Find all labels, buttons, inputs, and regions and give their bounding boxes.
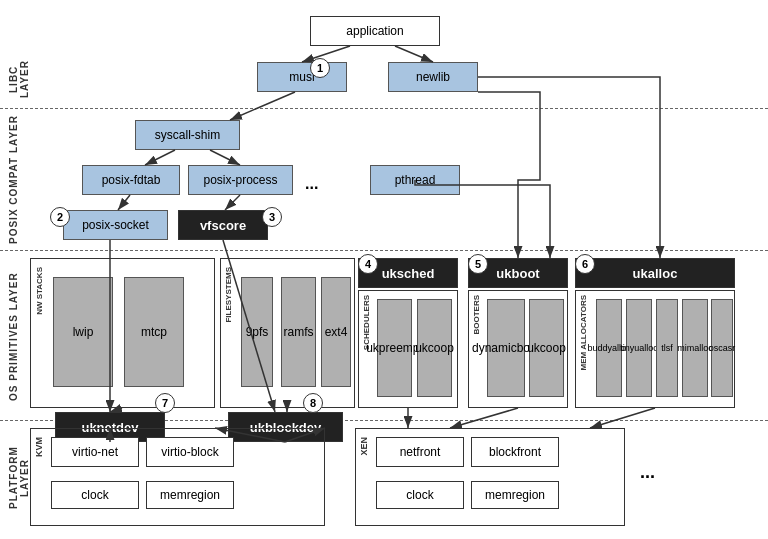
posix-socket-box: posix-socket xyxy=(63,210,168,240)
newlib-box: newlib xyxy=(388,62,478,92)
ellipsis-posix: ... xyxy=(305,175,318,193)
ukcoop2-box: ukcoop xyxy=(529,299,564,397)
circle-1: 1 xyxy=(310,58,330,78)
syscall-shim-box: syscall-shim xyxy=(135,120,240,150)
ext4-box: ext4 xyxy=(321,277,351,387)
virtio-net-box: virtio-net xyxy=(51,437,139,467)
mimalloc-box: mimalloc xyxy=(682,299,708,397)
mem-allocators-group: MEM ALLOCATORS buddyalloc tinyualloc tls… xyxy=(575,290,735,408)
num-1: 1 xyxy=(317,62,323,74)
posix-fdtab-box: posix-fdtab xyxy=(82,165,180,195)
num-6: 6 xyxy=(582,258,588,270)
nw-stacks-group: NW STACKS lwip mtcp xyxy=(30,258,215,408)
memregion-xen-box: memregion xyxy=(471,481,559,509)
circle-3: 3 xyxy=(262,207,282,227)
oscasr-box: oscasr xyxy=(711,299,733,397)
pfs9-box: 9pfs xyxy=(241,277,273,387)
kvm-group: KVM virtio-net virtio-block clock memreg… xyxy=(30,428,325,526)
virtio-block-label: virtio-block xyxy=(161,445,218,459)
svg-line-5 xyxy=(210,150,240,165)
syscall-shim-label: syscall-shim xyxy=(155,128,220,142)
layer-libc: LIBC LAYER xyxy=(8,50,24,108)
num-4: 4 xyxy=(365,258,371,270)
posix-fdtab-label: posix-fdtab xyxy=(102,173,161,187)
virtio-net-label: virtio-net xyxy=(72,445,118,459)
ukboot-label: ukboot xyxy=(496,266,539,281)
oscasr-label: oscasr xyxy=(709,343,736,353)
num-8: 8 xyxy=(310,397,316,409)
svg-line-17 xyxy=(590,408,655,428)
ukcoop-label: ukcoop xyxy=(415,341,454,355)
ukalloc-label: ukalloc xyxy=(633,266,678,281)
tinyualloc-label: tinyualloc xyxy=(620,343,658,353)
ukcoop-box: ukcoop xyxy=(417,299,452,397)
tinyualloc-box: tinyualloc xyxy=(626,299,652,397)
ext4-label: ext4 xyxy=(325,325,348,339)
dynamicboot-box: dynamicboot xyxy=(487,299,525,397)
mimalloc-label: mimalloc xyxy=(677,343,713,353)
ramfs-label: ramfs xyxy=(284,325,314,339)
nw-stacks-label: NW STACKS xyxy=(35,267,44,315)
application-label: application xyxy=(346,24,403,38)
line-posix-os xyxy=(0,250,768,251)
lwip-box: lwip xyxy=(53,277,113,387)
xen-label: XEN xyxy=(359,437,369,456)
buddyalloc-box: buddyalloc xyxy=(596,299,622,397)
application-box: application xyxy=(310,16,440,46)
schedulers-group: SCHEDULERS ukpreempt ukcoop xyxy=(358,290,458,408)
blockfront-box: blockfront xyxy=(471,437,559,467)
num-3: 3 xyxy=(269,211,275,223)
ramfs-box: ramfs xyxy=(281,277,316,387)
line-libc-posix xyxy=(0,108,768,109)
posix-process-label: posix-process xyxy=(203,173,277,187)
circle-6: 6 xyxy=(575,254,595,274)
clock-kvm-box: clock xyxy=(51,481,139,509)
filesystems-label: FILESYSTEMS xyxy=(224,267,233,323)
diagram-container: LIBC LAYER POSIX COMPAT LAYER OS PRIMITI… xyxy=(0,0,768,539)
mtcp-label: mtcp xyxy=(141,325,167,339)
ukalloc-box: ukalloc xyxy=(575,258,735,288)
pthread-box: pthread xyxy=(370,165,460,195)
kvm-label: KVM xyxy=(34,437,44,457)
posix-process-box: posix-process xyxy=(188,165,293,195)
svg-line-4 xyxy=(145,150,175,165)
circle-4: 4 xyxy=(358,254,378,274)
ellipsis-platform: ... xyxy=(640,462,655,483)
musl-box: musl xyxy=(257,62,347,92)
svg-line-7 xyxy=(225,195,240,210)
num-2: 2 xyxy=(57,211,63,223)
filesystems-group: FILESYSTEMS 9pfs ramfs ext4 xyxy=(220,258,355,408)
num-7: 7 xyxy=(162,397,168,409)
posix-socket-label: posix-socket xyxy=(82,218,149,232)
svg-line-16 xyxy=(450,408,518,428)
tlsf-label: tlsf xyxy=(661,343,673,353)
memregion-xen-label: memregion xyxy=(485,488,545,502)
ukpreempt-box: ukpreempt xyxy=(377,299,412,397)
svg-line-6 xyxy=(118,195,130,210)
pfs9-label: 9pfs xyxy=(246,325,269,339)
clock-xen-label: clock xyxy=(406,488,433,502)
circle-5: 5 xyxy=(468,254,488,274)
num-5: 5 xyxy=(475,258,481,270)
vfscore-box: vfscore xyxy=(178,210,268,240)
mem-allocators-label: MEM ALLOCATORS xyxy=(579,295,588,370)
circle-7: 7 xyxy=(155,393,175,413)
blockfront-label: blockfront xyxy=(489,445,541,459)
svg-line-3 xyxy=(230,92,295,120)
uksched-label: uksched xyxy=(382,266,435,281)
mtcp-box: mtcp xyxy=(124,277,184,387)
xen-group: XEN netfront blockfront clock memregion xyxy=(355,428,625,526)
clock-xen-box: clock xyxy=(376,481,464,509)
clock-kvm-label: clock xyxy=(81,488,108,502)
vfscore-label: vfscore xyxy=(200,218,246,233)
booters-label: BOOTERS xyxy=(472,295,481,335)
layer-os: OS PRIMITIVES LAYER xyxy=(8,258,24,416)
ukcoop2-label: ukcoop xyxy=(527,341,566,355)
memregion-kvm-label: memregion xyxy=(160,488,220,502)
netfront-label: netfront xyxy=(400,445,441,459)
circle-2: 2 xyxy=(50,207,70,227)
layer-platform: PLATFORM LAYER xyxy=(8,428,24,528)
tlsf-box: tlsf xyxy=(656,299,678,397)
layer-posix: POSIX COMPAT LAYER xyxy=(8,115,24,245)
virtio-block-box: virtio-block xyxy=(146,437,234,467)
